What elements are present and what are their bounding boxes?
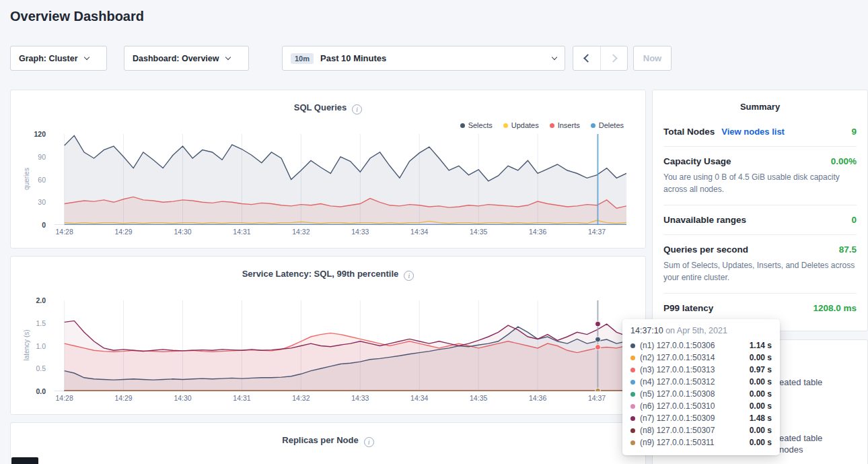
legend-label: Deletes bbox=[599, 121, 624, 129]
node-color-dot-icon bbox=[630, 368, 635, 372]
x-axis-tick-label: 14:32 bbox=[292, 228, 310, 236]
legend-item-selects[interactable]: Selects bbox=[460, 121, 493, 129]
y-axis-tick-label: 0.0 bbox=[36, 387, 46, 395]
tooltip-header: 14:37:10 on Apr 5th, 2021 bbox=[630, 326, 772, 335]
legend-dot-icon bbox=[591, 123, 595, 128]
summary-label: P99 latency bbox=[663, 303, 713, 313]
chevron-down-icon bbox=[552, 55, 557, 60]
time-range-selector[interactable]: 10m Past 10 Minutes bbox=[282, 46, 565, 71]
tooltip-node-address: (n9) 127.0.0.1:50311 bbox=[640, 438, 715, 447]
summary-panel: Summary Total NodesView nodes list9Capac… bbox=[652, 90, 868, 331]
tooltip-node-value: 0.00 s bbox=[750, 426, 772, 435]
y-axis-tick-label: 0.5 bbox=[36, 364, 46, 372]
x-axis-tick-label: 14:32 bbox=[292, 394, 310, 402]
summary-row-2: Unavailable ranges0 bbox=[663, 205, 857, 234]
x-axis-tick-label: 14:37 bbox=[588, 228, 606, 236]
summary-row-0: Total NodesView nodes list9 bbox=[663, 117, 857, 146]
node-color-dot-icon bbox=[630, 343, 635, 348]
summary-note: Sum of Selects, Updates, Inserts, and De… bbox=[663, 259, 857, 284]
prev-interval-button[interactable] bbox=[573, 46, 600, 70]
lat-chart-canvas[interactable] bbox=[55, 300, 626, 391]
node-color-dot-icon bbox=[630, 404, 635, 409]
now-button-label: Now bbox=[643, 53, 661, 63]
tooltip-row: (n8) 127.0.0.1:503070.00 s bbox=[630, 424, 772, 436]
x-axis-tick-label: 14:34 bbox=[410, 394, 428, 402]
time-window-badge: 10m bbox=[291, 53, 314, 64]
x-axis-tick-label: 14:36 bbox=[529, 394, 546, 402]
dashboard-selector-label: Dashboard: Overview bbox=[133, 54, 219, 63]
info-icon[interactable] bbox=[364, 437, 374, 447]
tooltip-node-address: (n2) 127.0.0.1:50314 bbox=[640, 353, 715, 362]
x-axis-tick-label: 14:29 bbox=[114, 394, 132, 402]
y-axis-labels: 0.00.51.01.52.0 bbox=[26, 300, 50, 391]
legend-item-inserts[interactable]: Inserts bbox=[550, 121, 580, 129]
chart-title: Replicas per Node bbox=[282, 435, 358, 445]
node-color-dot-icon bbox=[630, 356, 635, 360]
next-interval-button[interactable] bbox=[600, 46, 627, 70]
graph-selector-label: Graph: Cluster bbox=[19, 54, 78, 63]
chart-title-row: Replicas per Node bbox=[11, 434, 645, 447]
x-axis-tick-label: 14:31 bbox=[233, 394, 250, 402]
x-axis-labels: 14:2814:2914:3014:3114:3214:3314:3414:35… bbox=[55, 394, 626, 403]
legend-dot-icon bbox=[550, 123, 554, 128]
summary-label: Queries per second bbox=[663, 244, 748, 255]
chevron-down-icon bbox=[83, 55, 89, 60]
tooltip-node-address: (n6) 127.0.0.1:50310 bbox=[640, 401, 715, 411]
summary-label: Unavailable ranges bbox=[663, 215, 746, 225]
event-text-fragment: nodes bbox=[779, 444, 803, 455]
tooltip-node-address: (n1) 127.0.0.1:50306 bbox=[640, 341, 715, 350]
dashboard-selector[interactable]: Dashboard: Overview bbox=[124, 46, 249, 71]
time-pager bbox=[573, 46, 628, 71]
legend-item-updates[interactable]: Updates bbox=[503, 121, 539, 129]
y-axis-tick-label: 120 bbox=[34, 130, 46, 138]
tooltip-node-address: (n7) 127.0.0.1:50309 bbox=[640, 413, 715, 423]
x-axis-tick-label: 14:28 bbox=[56, 228, 73, 236]
summary-rows: Total NodesView nodes list9Capacity Usag… bbox=[653, 117, 867, 323]
summary-value: 9 bbox=[851, 127, 857, 137]
summary-row-head: Queries per second87.5 bbox=[663, 244, 857, 255]
page-title: Overview Dashboard bbox=[10, 9, 144, 24]
chart-title-row: Service Latency: SQL, 99th percentile bbox=[11, 267, 645, 281]
summary-note: You are using 0 B of 4.5 GiB usable disk… bbox=[663, 171, 857, 195]
x-axis-tick-label: 14:30 bbox=[174, 228, 191, 236]
x-axis-tick-label: 14:33 bbox=[351, 394, 369, 402]
service-latency-plot bbox=[55, 300, 626, 391]
tooltip-row: (n5) 127.0.0.1:503080.00 s bbox=[630, 388, 772, 400]
tooltip-node-value: 1.14 s bbox=[750, 341, 772, 350]
y-axis-tick-label: 1.0 bbox=[36, 342, 46, 350]
tooltip-row: (n6) 127.0.0.1:503100.00 s bbox=[630, 400, 772, 412]
legend-dot-icon bbox=[460, 123, 465, 128]
tooltip-rows: (n1) 127.0.0.1:503061.14 s(n2) 127.0.0.1… bbox=[630, 339, 772, 449]
chevron-down-icon bbox=[225, 55, 230, 60]
summary-row-head: P99 latency1208.0 ms bbox=[663, 303, 857, 313]
node-color-dot-icon bbox=[630, 428, 635, 433]
summary-value: 0 bbox=[851, 215, 857, 225]
x-axis-labels: 14:2814:2914:3014:3114:3214:3314:3414:35… bbox=[55, 228, 626, 237]
y-axis-labels: 0306090120 bbox=[26, 134, 50, 225]
tooltip-node-value: 0.00 s bbox=[750, 401, 772, 411]
summary-label: Total Nodes bbox=[663, 127, 715, 137]
tooltip-node-address: (n8) 127.0.0.1:50307 bbox=[640, 426, 715, 435]
sql-chart-canvas[interactable] bbox=[55, 134, 626, 225]
tooltip-row: (n7) 127.0.0.1:503091.48 s bbox=[630, 412, 772, 424]
tooltip-row: (n3) 127.0.0.1:503130.97 s bbox=[630, 364, 772, 376]
y-axis-tick-label: 90 bbox=[38, 153, 46, 161]
info-icon[interactable] bbox=[352, 104, 362, 114]
summary-row-head: Total NodesView nodes list9 bbox=[663, 127, 857, 137]
sql-queries-chart-card: SQL Queries SelectsUpdatesInsertsDeletes… bbox=[10, 90, 646, 248]
chart-legend: SelectsUpdatesInsertsDeletes bbox=[460, 121, 624, 129]
y-axis-tick-label: 2.0 bbox=[36, 296, 46, 304]
x-axis-tick-label: 14:28 bbox=[56, 394, 73, 402]
tooltip-node-value: 0.97 s bbox=[750, 365, 772, 374]
tooltip-time: 14:37:10 bbox=[630, 326, 663, 335]
summary-row-head: Capacity Usage0.00% bbox=[663, 156, 857, 166]
tooltip-row: (n2) 127.0.0.1:503140.00 s bbox=[630, 352, 772, 364]
summary-row-3: Queries per second87.5Sum of Selects, Up… bbox=[663, 234, 857, 293]
now-button[interactable]: Now bbox=[633, 46, 672, 71]
chart-title: SQL Queries bbox=[294, 102, 347, 112]
y-axis-tick-label: 30 bbox=[38, 198, 46, 206]
graph-selector[interactable]: Graph: Cluster bbox=[10, 46, 107, 71]
view-nodes-list-link[interactable]: View nodes list bbox=[721, 127, 785, 137]
legend-item-deletes[interactable]: Deletes bbox=[591, 121, 624, 129]
info-icon[interactable] bbox=[404, 271, 414, 281]
